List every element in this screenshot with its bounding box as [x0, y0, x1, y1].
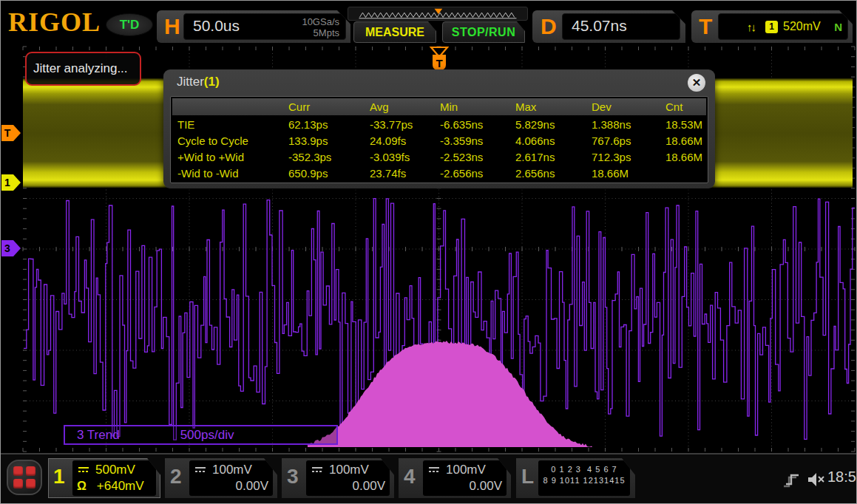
logic-channels-8-15: 8 9 1011 12131415 — [543, 475, 626, 486]
trigger-settings-panel[interactable]: T ↑↓ 1 520mV N — [691, 10, 853, 43]
col-avg: Avg — [370, 98, 440, 115]
menu-button[interactable] — [7, 460, 42, 495]
channel3-box[interactable]: 3 100mV 0.00V — [282, 458, 394, 498]
trigger-level-marker[interactable]: T — [1, 125, 21, 141]
edge-trigger-icon — [782, 471, 802, 490]
channel3-readout: 100mV 0.00V — [306, 460, 390, 496]
menu-grid-icon — [13, 466, 35, 488]
trigger-status-badge: T'D — [106, 13, 153, 36]
svg-text:T: T — [436, 57, 442, 69]
channel1-impedance: Ω — [77, 480, 87, 493]
trigger-position-marker[interactable]: T — [431, 47, 447, 70]
channel3-number: 3 — [287, 465, 299, 488]
jitter-title-text: Jitter — [177, 75, 204, 89]
trend-channel-label[interactable]: 3 Trend 500ps/div — [64, 425, 338, 445]
channel1-readout: 500mV Ω +640mV — [72, 460, 156, 496]
channel1-offset: +640mV — [97, 479, 144, 494]
col-max: Max — [515, 98, 592, 115]
svg-text:T: T — [4, 127, 11, 139]
trigger-level-arrows-icon: ↑↓ — [747, 21, 755, 33]
col-dev: Dev — [592, 98, 665, 115]
stop-run-button[interactable]: STOP/RUN — [442, 21, 525, 43]
col-min: Min — [440, 98, 515, 115]
measure-button[interactable]: MEASURE — [353, 21, 436, 43]
channel4-readout: 100mV 0.00V — [423, 460, 507, 496]
jitter-table: Curr Avg Min Max Dev Cnt TIE62.13ps-33.7… — [170, 96, 708, 183]
dc-coupling-icon — [427, 466, 441, 474]
close-icon[interactable]: ✕ — [688, 74, 705, 92]
t-label: T — [699, 10, 712, 43]
oscilloscope-screen: RIGOL T'D H 50.0us 10GSa/s 5Mpts MEASURE… — [0, 0, 857, 504]
channel2-number: 2 — [170, 465, 182, 488]
d-label: D — [541, 10, 557, 43]
trend-scale-value: 500ps/div — [180, 428, 234, 443]
delay-settings-panel[interactable]: D 45.07ns — [532, 10, 685, 43]
horizontal-settings-panel[interactable]: H 50.0us 10GSa/s 5Mpts — [157, 10, 350, 43]
h-label: H — [164, 10, 180, 43]
jitter-table-header: Curr Avg Min Max Dev Cnt — [172, 98, 706, 115]
clock: 18:59 — [827, 469, 857, 486]
logic-readout: 0 1 2 3 4 5 6 7 8 9 1011 12131415 — [538, 460, 630, 496]
sound-muted-icon — [807, 471, 826, 488]
timebase-readout: 50.0us 10GSa/s 5Mpts — [183, 13, 346, 40]
table-row: Cycle to Cycle133.9ps24.09fs-3.359ns4.06… — [171, 133, 708, 149]
jitter-analyzing-popup: Jitter analyzing... — [25, 52, 141, 86]
jitter-histogram — [308, 341, 592, 447]
channel1-number: 1 — [53, 465, 65, 488]
svg-text:3: 3 — [4, 242, 10, 254]
col-cnt: Cnt — [665, 98, 706, 115]
bottom-bar: 1 500mV Ω +640mV 2 100mV 0. — [1, 453, 857, 504]
zigzag-waveform-icon — [359, 13, 514, 17]
channel4-offset: 0.00V — [470, 479, 502, 494]
table-row: +Wid to +Wid-352.3ps-3.039fs-2.523ns2.61… — [171, 149, 708, 166]
delay-readout: 45.07ns — [562, 13, 680, 40]
channel4-number: 4 — [404, 465, 416, 488]
rigol-logo: RIGOL — [8, 7, 101, 38]
channel4-scale: 100mV — [446, 463, 486, 477]
channel1-scale: 500mV — [95, 463, 135, 477]
logic-channels-box[interactable]: L 0 1 2 3 4 5 6 7 8 9 1011 12131415 — [516, 458, 635, 498]
acquisition-readout: 10GSa/s 5Mpts — [302, 16, 339, 38]
jitter-measurement-panel: Jitter(1) ✕ Curr Avg Min Max Dev Cnt TIE… — [163, 69, 715, 188]
trigger-source-badge: 1 — [765, 21, 778, 33]
dc-coupling-icon — [194, 466, 207, 474]
svg-text:1: 1 — [4, 177, 10, 188]
channel2-offset: 0.00V — [236, 479, 268, 494]
trigger-position-icon[interactable] — [435, 9, 443, 14]
logic-channels-0-7: 0 1 2 3 4 5 6 7 — [543, 464, 626, 475]
col-curr: Curr — [288, 98, 370, 115]
sample-rate: 10GSa/s — [302, 16, 339, 27]
waveform-position-strip[interactable] — [348, 7, 528, 21]
channel3-scale: 100mV — [329, 463, 369, 477]
channel2-readout: 100mV 0.00V — [189, 460, 273, 496]
top-bar: RIGOL T'D H 50.0us 10GSa/s 5Mpts MEASURE… — [1, 1, 857, 45]
jitter-title-index: (1) — [204, 75, 220, 89]
timebase-value: 50.0us — [193, 17, 240, 35]
trigger-readout: ↑↓ 1 520mV N — [718, 13, 848, 40]
channel2-scale: 100mV — [212, 463, 252, 477]
channel4-box[interactable]: 4 100mV 0.00V — [399, 458, 511, 498]
table-row: TIE62.13ps-33.77ps-6.635ns5.829ns1.388ns… — [171, 117, 708, 133]
memory-depth: 5Mpts — [302, 27, 339, 38]
logic-label: L — [521, 465, 534, 488]
trigger-level-value: 520mV — [783, 20, 821, 33]
dc-coupling-icon — [311, 466, 324, 474]
trend-channel-name: 3 Trend — [77, 428, 120, 443]
channel1-box[interactable]: 1 500mV Ω +640mV — [48, 458, 160, 498]
jitter-panel-title: Jitter(1) — [177, 75, 220, 89]
trigger-slope-indicator: N — [834, 21, 842, 33]
channel2-box[interactable]: 2 100mV 0.00V — [165, 458, 277, 498]
dc-coupling-icon — [77, 466, 90, 474]
channel3-offset: 0.00V — [353, 479, 385, 494]
table-row: -Wid to -Wid650.9ps23.74fs-2.656ns2.656n… — [171, 166, 708, 182]
delay-value: 45.07ns — [572, 17, 627, 35]
channel1-offset-marker[interactable]: 1 — [1, 174, 21, 191]
channel3-offset-marker[interactable]: 3 — [1, 240, 21, 256]
